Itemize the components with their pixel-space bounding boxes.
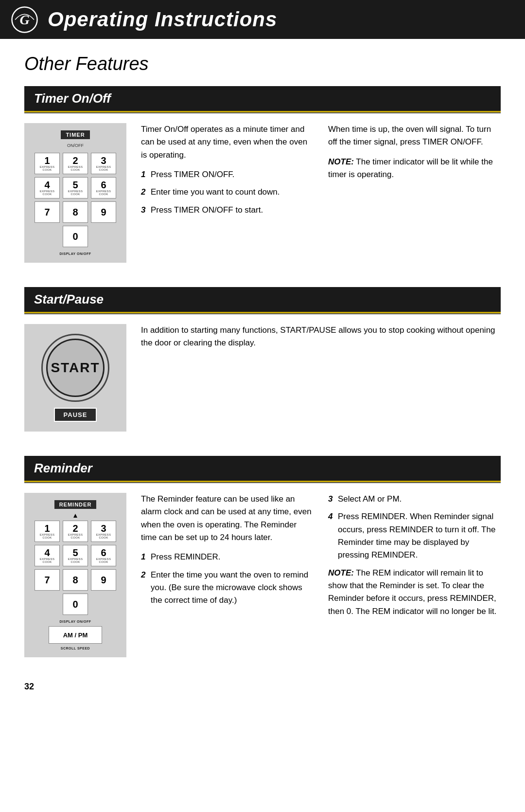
start-title: Start/Pause [34, 292, 104, 307]
reminder-section: Reminder REMINDER 1EXPRESS COOK 2EXPRESS… [24, 456, 501, 667]
main-content: Other Features Timer On/Off TIMER ON/OFF… [0, 39, 525, 711]
rem-step-num-2: 2 [141, 569, 149, 607]
pause-button[interactable]: PAUSE [54, 408, 97, 422]
rem-step-num-4: 4 [328, 510, 336, 561]
timer-row-4: 0 [63, 226, 88, 247]
timer-keypad: TIMER ON/OFF 1EXPRESS COOK 2EXPRESS COOK… [24, 123, 126, 263]
timer-header: Timer On/Off [24, 86, 501, 112]
start-body: START PAUSE In addition to starting many… [24, 314, 501, 441]
section-heading: Other Features [24, 54, 501, 74]
display-on-off-label: DISPLAY ON/OFF [60, 252, 91, 255]
key-3[interactable]: 3EXPRESS COOK [91, 153, 116, 174]
rem-key-0[interactable]: 0 [63, 594, 88, 615]
key-9[interactable]: 9 [91, 201, 116, 223]
timer-row-1: 1EXPRESS COOK 2EXPRESS COOK 3EXPRESS COO… [35, 153, 116, 174]
reminder-instructions: The Reminder feature can be used like an… [141, 493, 501, 657]
timer-keypad-sublabel: ON/OFF [67, 143, 84, 148]
start-description: In addition to starting many functions, … [141, 324, 501, 350]
reminder-ampm-row: AM / PM [49, 626, 102, 644]
timer-step-3: 3 Press TIMER ON/OFF to start. [141, 204, 314, 217]
reminder-step-3: 3 Select AM or PM. [328, 493, 501, 505]
reminder-row-1: 1EXPRESS COOK 2EXPRESS COOK 3EXPRESS COO… [35, 521, 116, 542]
page-title: Operating Instructions [48, 8, 277, 31]
start-section: Start/Pause START PAUSE In addition to s… [24, 287, 501, 441]
step-num-2: 2 [141, 186, 149, 198]
rem-step-text-3: Select AM or PM. [338, 493, 402, 505]
rem-key-9[interactable]: 9 [91, 569, 116, 591]
reminder-keypad: REMINDER 1EXPRESS COOK 2EXPRESS COOK 3EX… [24, 493, 126, 657]
rem-step-text-4: Press REMINDER. When Reminder signal occ… [338, 510, 501, 561]
step-text-1: Press TIMER ON/OFF. [151, 168, 235, 181]
reminder-intro: The Reminder feature can be used like an… [141, 493, 314, 544]
timer-step-1: 1 Press TIMER ON/OFF. [141, 168, 314, 181]
reminder-display-label: DISPLAY ON/OFF [60, 620, 91, 623]
reminder-body: REMINDER 1EXPRESS COOK 2EXPRESS COOK 3EX… [24, 483, 501, 667]
reminder-title: Reminder [34, 461, 92, 475]
rem-key-4[interactable]: 4EXPRESS COOK [35, 545, 60, 566]
start-label: START [51, 360, 100, 376]
step-text-3: Press TIMER ON/OFF to start. [151, 204, 263, 217]
reminder-row-4: 0 [63, 594, 88, 615]
timer-body: TIMER ON/OFF 1EXPRESS COOK 2EXPRESS COOK… [24, 113, 501, 272]
timer-row-3: 7 8 9 [35, 201, 116, 223]
start-circle-inner[interactable]: START [46, 339, 105, 397]
start-header: Start/Pause [24, 287, 501, 313]
timer-note-bold: NOTE: [328, 157, 354, 166]
am-pm-button[interactable]: AM / PM [49, 626, 102, 644]
reminder-step-2: 2 Enter the time you want the oven to re… [141, 569, 314, 607]
key-1[interactable]: 1EXPRESS COOK [35, 153, 60, 174]
key-4[interactable]: 4EXPRESS COOK [35, 177, 60, 198]
rem-key-7[interactable]: 7 [35, 569, 60, 591]
rem-step-num-3: 3 [328, 493, 336, 505]
rem-key-5[interactable]: 5EXPRESS COOK [63, 545, 88, 566]
reminder-row-2: 4EXPRESS COOK 5EXPRESS COOK 6EXPRESS COO… [35, 545, 116, 566]
key-5[interactable]: 5EXPRESS COOK [63, 177, 88, 198]
rem-step-num-1: 1 [141, 551, 149, 563]
timer-col2-para: When time is up, the oven will signal. T… [328, 123, 501, 149]
start-col1: In addition to starting many functions, … [141, 324, 501, 432]
start-instructions: In addition to starting many functions, … [141, 324, 501, 432]
key-6[interactable]: 6EXPRESS COOK [91, 177, 116, 198]
reminder-row-3: 7 8 9 [35, 569, 116, 591]
key-8[interactable]: 8 [63, 201, 88, 223]
scroll-speed-label: SCROLL SPEED [61, 647, 90, 650]
rem-step-text-1: Press REMINDER. [151, 551, 221, 563]
rem-key-2[interactable]: 2EXPRESS COOK [63, 521, 88, 542]
reminder-keypad-label: REMINDER [54, 500, 97, 509]
step-num-1: 1 [141, 168, 149, 181]
timer-section: Timer On/Off TIMER ON/OFF 1EXPRESS COOK … [24, 86, 501, 272]
page-number: 32 [24, 682, 501, 692]
reminder-indicator [73, 514, 77, 518]
brand-logo: G [10, 5, 39, 34]
rem-key-1[interactable]: 1EXPRESS COOK [35, 521, 60, 542]
timer-row-2: 4EXPRESS COOK 5EXPRESS COOK 6EXPRESS COO… [35, 177, 116, 198]
reminder-header: Reminder [24, 456, 501, 482]
key-7[interactable]: 7 [35, 201, 60, 223]
timer-keypad-label: TIMER [61, 130, 89, 139]
key-2[interactable]: 2EXPRESS COOK [63, 153, 88, 174]
timer-step-2: 2 Enter time you want to count down. [141, 186, 314, 198]
page-header: G Operating Instructions [0, 0, 525, 39]
reminder-note: NOTE: The REM indicator will remain lit … [328, 567, 501, 618]
rem-key-3[interactable]: 3EXPRESS COOK [91, 521, 116, 542]
reminder-col2: 3 Select AM or PM. 4 Press REMINDER. Whe… [328, 493, 501, 657]
reminder-col1: The Reminder feature can be used like an… [141, 493, 314, 657]
timer-title: Timer On/Off [34, 91, 111, 106]
start-panel: START PAUSE [24, 324, 126, 432]
rem-key-8[interactable]: 8 [63, 569, 88, 591]
start-circle-outer[interactable]: START [41, 334, 109, 402]
key-0[interactable]: 0 [63, 226, 88, 247]
step-num-3: 3 [141, 204, 149, 217]
reminder-step-1: 1 Press REMINDER. [141, 551, 314, 563]
timer-col1: Timer On/Off operates as a minute timer … [141, 123, 314, 263]
rem-key-6[interactable]: 6EXPRESS COOK [91, 545, 116, 566]
reminder-note-bold: NOTE: [328, 568, 354, 577]
timer-col2: When time is up, the oven will signal. T… [328, 123, 501, 263]
timer-col2-note: NOTE: The timer indicator will be lit wh… [328, 156, 501, 181]
rem-step-text-2: Enter the time you want the oven to remi… [151, 569, 314, 607]
timer-intro: Timer On/Off operates as a minute timer … [141, 123, 314, 162]
timer-instructions: Timer On/Off operates as a minute timer … [141, 123, 501, 263]
reminder-step-4: 4 Press REMINDER. When Reminder signal o… [328, 510, 501, 561]
step-text-2: Enter time you want to count down. [151, 186, 280, 198]
